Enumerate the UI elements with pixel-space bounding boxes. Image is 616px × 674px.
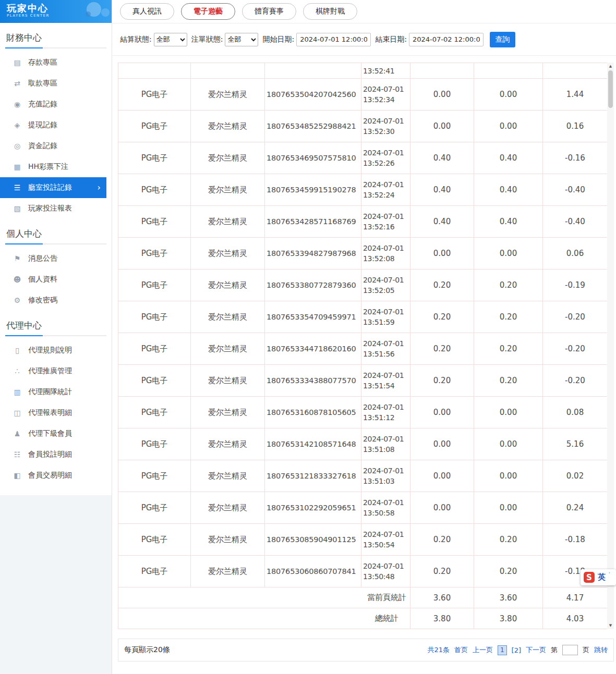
cell-time: 13:51:56 (363, 349, 394, 359)
tab-game-category[interactable]: 體育賽事 (242, 3, 296, 20)
cell-bet-amount: 0.00 (410, 111, 474, 142)
lottery-bet-icon: ▦ (13, 163, 22, 171)
search-button[interactable]: 查詢 (490, 32, 515, 47)
scroll-down-icon[interactable]: ▼ (607, 622, 614, 629)
sidebar-item[interactable]: ♟ 代理下級會員 (0, 423, 106, 444)
sidebar-item[interactable]: ▤ 存款專區 (0, 52, 106, 73)
cell-date: 2024-07-01 (363, 370, 404, 381)
sidebar-item[interactable]: ☰ 廳室投註記錄 › (0, 177, 106, 198)
tab-label: 真人視訊 (132, 7, 162, 16)
tab-game-category[interactable]: 電子遊藝 (181, 3, 235, 20)
scrollbar-thumb[interactable] (608, 70, 613, 108)
sidebar-item-label: HH彩票下注 (28, 162, 68, 171)
order-status-select[interactable]: 全部 (225, 33, 258, 46)
sidebar-item[interactable]: ◎ 資金記錄 (0, 136, 106, 156)
cell-order-id: 1807653504207042560 (265, 79, 361, 111)
vertical-scrollbar[interactable]: ▲ ▼ (607, 63, 614, 629)
cell-bet-amount: 0.00 (410, 79, 474, 111)
tab-game-category[interactable]: 真人視訊 (120, 3, 174, 20)
cell-winloss: 0.06 (543, 238, 608, 269)
cell-datetime: 2024-07-01 13:50:58 (361, 492, 410, 524)
cell-game: 爱尔兰精灵 (191, 111, 265, 142)
cell-bet-amount (410, 63, 474, 79)
team-stats-icon: ▥ (13, 388, 22, 396)
sogou-logo-icon: S (584, 572, 595, 583)
cell-game: 爱尔兰精灵 (191, 238, 265, 269)
cell-provider: PG电子 (118, 79, 191, 111)
tab-game-category[interactable]: 棋牌對戰 (303, 3, 357, 20)
page-jump-input[interactable] (562, 645, 578, 655)
ime-indicator[interactable]: S 英 ˈ (581, 569, 616, 585)
sidebar-item[interactable]: ∴ 代理推廣管理 (0, 361, 106, 382)
end-date-input[interactable] (409, 33, 484, 46)
next-page-link[interactable]: 下一页 (526, 645, 546, 655)
sub-members-icon: ♟ (13, 430, 22, 438)
filter-bar: 結算狀態: 全部 注單狀態: 全部 開始日期: 結束日期: 查詢 (113, 23, 616, 56)
sidebar-item-label: 代理下級會員 (28, 429, 72, 438)
sidebar-item[interactable]: ▧ 玩家投注報表 (0, 198, 106, 219)
cell-provider: PG电子 (118, 492, 191, 524)
start-date-input[interactable] (296, 33, 371, 46)
pager: 共21条 首页 上一页 1 [2] 下一页 第 页 跳转 (427, 645, 608, 655)
sidebar-item[interactable]: ▯ 代理規則說明 (0, 340, 106, 361)
bet-records-table-wrap: 13:52:41 PG电子 爱尔兰精灵 1807653504207042560 … (118, 63, 614, 629)
sidebar-item[interactable]: ▦ HH彩票下注 (0, 156, 106, 177)
chevron-right-icon: › (98, 183, 101, 192)
cell-valid-bet: 0.00 (474, 111, 543, 142)
cell-time: 13:52:24 (363, 190, 394, 200)
settle-status-select[interactable]: 全部 (154, 33, 187, 46)
cell-date: 2024-07-01 (363, 529, 404, 540)
sidebar-item[interactable]: ⇄ 取款專區 (0, 73, 106, 94)
summary-label: 當前頁統計 (118, 587, 410, 608)
cell-datetime: 2024-07-01 13:51:12 (361, 397, 410, 428)
sidebar-item[interactable]: ⚙ 修改密碼 (0, 290, 106, 311)
sidebar-item[interactable]: ◈ 提現記錄 (0, 115, 106, 136)
cell-date: 2024-07-01 (363, 179, 404, 190)
sidebar-item[interactable]: ☻ 個人資料 (0, 269, 106, 290)
cell-datetime: 2024-07-01 13:51:56 (361, 333, 410, 365)
section-title-agent: 代理中心 (0, 311, 112, 335)
cell-time: 13:52:41 (363, 66, 394, 76)
cell-datetime: 2024-07-01 13:52:08 (361, 238, 410, 269)
sidebar-item[interactable]: ◧ 會員交易明細 (0, 465, 106, 486)
sidebar-item[interactable]: ☷ 會員投註明細 (0, 444, 106, 465)
cell-order-id: 1807653085904901125 (265, 524, 361, 556)
current-page-indicator[interactable]: 1 (498, 645, 507, 655)
cell-datetime: 2024-07-01 13:51:54 (361, 365, 410, 397)
sidebar-item[interactable]: ◉ 充值記錄 (0, 94, 106, 115)
cell-game: 爱尔兰精灵 (191, 397, 265, 428)
table-row: PG电子 爱尔兰精灵 1807653121833327618 2024-07-0… (118, 460, 608, 492)
cell-provider: PG电子 (118, 428, 191, 460)
cell-time: 13:51:59 (363, 317, 394, 327)
cell-winloss: -0.20 (543, 301, 608, 333)
member-transaction-icon: ◧ (13, 471, 22, 480)
report-detail-icon: ◫ (13, 409, 22, 417)
cell-datetime: 2024-07-01 13:52:30 (361, 111, 410, 142)
cell-valid-bet: 0.40 (474, 206, 543, 238)
cell-bet-amount: 0.20 (410, 365, 474, 397)
sidebar-item-label: 消息公告 (28, 254, 57, 263)
tab-label: 棋牌對戰 (316, 7, 345, 16)
table-row: PG电子 爱尔兰精灵 1807653469507575810 2024-07-0… (118, 142, 608, 174)
cell-valid-bet: 0.40 (474, 142, 543, 174)
sidebar-item[interactable]: ⚑ 消息公告 (0, 248, 106, 269)
first-page-link[interactable]: 首页 (454, 645, 468, 655)
cell-date: 2024-07-01 (363, 275, 404, 285)
cell-datetime: 2024-07-01 13:51:08 (361, 428, 410, 460)
page-2-link[interactable]: [2] (512, 646, 521, 654)
cell-order-id: 1807653344718620160 (265, 333, 361, 365)
sidebar-item[interactable]: ◫ 代理報表明細 (0, 402, 106, 423)
sidebar-section-finance: 財務中心 ▤ 存款專區 ⇄ 取款專區 ◉ (0, 23, 112, 219)
cell-game (191, 63, 265, 79)
jump-button[interactable]: 跳转 (594, 645, 608, 655)
player-report-icon: ▧ (13, 204, 22, 213)
cell-valid-bet: 0.20 (474, 556, 543, 587)
cell-time: 13:50:54 (363, 540, 394, 550)
cell-bet-amount: 0.00 (410, 492, 474, 524)
cell-datetime: 2024-07-01 13:50:54 (361, 524, 410, 556)
scroll-up-icon[interactable]: ▲ (607, 63, 614, 70)
sidebar-item[interactable]: ▥ 代理團隊統計 (0, 382, 106, 402)
ime-mark-icon: ˈ (609, 571, 610, 577)
prev-page-link[interactable]: 上一页 (473, 645, 493, 655)
summary-winloss: 4.03 (543, 608, 608, 629)
